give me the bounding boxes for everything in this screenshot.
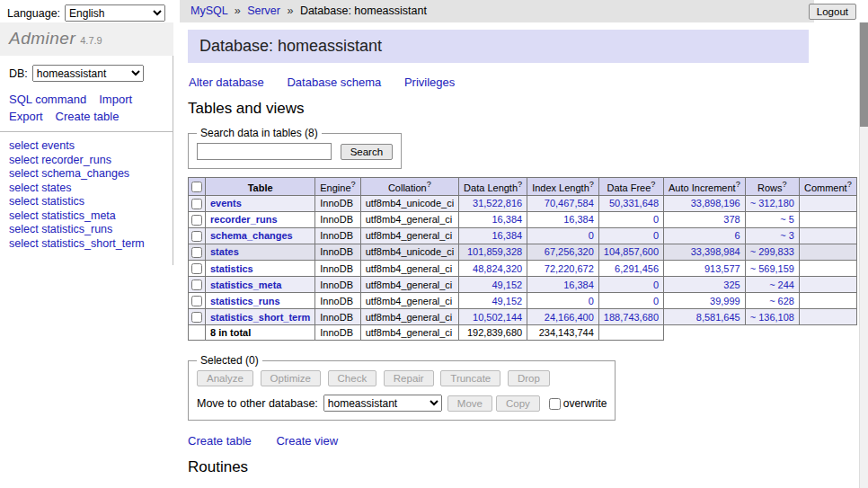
index-length-link[interactable]: 24,166,400 xyxy=(545,312,594,323)
rows-count-link[interactable]: ~ 5 xyxy=(780,214,794,225)
truncate-button[interactable]: Truncate xyxy=(440,370,500,386)
table-name-link[interactable]: events xyxy=(210,198,242,209)
rows-count-link[interactable]: ~ 244 xyxy=(769,279,794,290)
data-free-link[interactable]: 188,743,680 xyxy=(604,312,659,323)
sidebar-import-link[interactable]: Import xyxy=(99,93,132,106)
optimize-button[interactable]: Optimize xyxy=(261,370,321,386)
breadcrumb-mysql-link[interactable]: MySQL xyxy=(190,4,227,17)
data-free-link[interactable]: 0 xyxy=(653,214,659,225)
sidebar-select-link[interactable]: select statistics_meta xyxy=(9,209,164,224)
auto-increment-link[interactable]: 6 xyxy=(735,230,740,241)
repair-button[interactable]: Repair xyxy=(384,370,434,386)
help-link[interactable]: ? xyxy=(847,180,852,189)
sidebar-select-link[interactable]: select events xyxy=(9,139,164,154)
index-length-link[interactable]: 16,384 xyxy=(563,279,594,290)
auto-increment-link[interactable]: 33,398,984 xyxy=(691,246,740,257)
sidebar-select-link[interactable]: select statistics xyxy=(9,195,164,209)
row-checkbox[interactable] xyxy=(191,231,202,242)
table-name-link[interactable]: states xyxy=(210,246,239,257)
rows-count-link[interactable]: ~ 136,108 xyxy=(750,312,794,323)
copy-button[interactable]: Copy xyxy=(496,395,540,412)
data-length-link[interactable]: 101,859,328 xyxy=(467,246,522,257)
auto-increment-link[interactable]: 8,581,645 xyxy=(696,312,740,323)
data-free-link[interactable]: 104,857,600 xyxy=(604,246,659,257)
rows-count-link[interactable]: ~ 312,180 xyxy=(750,198,794,209)
privileges-link[interactable]: Privileges xyxy=(404,75,455,89)
help-link[interactable]: ? xyxy=(783,180,787,189)
search-button[interactable]: Search xyxy=(341,144,393,160)
overwrite-label[interactable]: overwrite xyxy=(563,397,607,410)
index-length-link[interactable]: 16,384 xyxy=(563,214,594,225)
check-button[interactable]: Check xyxy=(328,370,377,386)
table-name-link[interactable]: recorder_runs xyxy=(210,214,278,225)
row-checkbox[interactable] xyxy=(191,312,202,323)
data-length-link[interactable]: 49,152 xyxy=(492,296,522,306)
move-button[interactable]: Move xyxy=(447,395,492,412)
data-free-link[interactable]: 6,291,456 xyxy=(615,263,659,274)
index-length-link[interactable]: 72,220,672 xyxy=(545,263,594,274)
row-checkbox[interactable] xyxy=(191,296,202,306)
create-table-link[interactable]: Create table xyxy=(188,434,252,448)
help-link[interactable]: ? xyxy=(518,180,522,189)
row-checkbox[interactable] xyxy=(191,199,202,209)
rows-count-link[interactable]: ~ 628 xyxy=(769,296,794,306)
index-length-link[interactable]: 67,256,320 xyxy=(545,246,594,257)
sidebar-select-link[interactable]: select states xyxy=(9,182,164,196)
data-free-link[interactable]: 0 xyxy=(653,296,659,306)
table-name-link[interactable]: statistics_short_term xyxy=(210,312,310,323)
data-length-link[interactable]: 31,522,816 xyxy=(473,198,522,209)
data-free-link[interactable]: 0 xyxy=(653,230,659,241)
analyze-button[interactable]: Analyze xyxy=(197,370,253,386)
sidebar-sql-command-link[interactable]: SQL command xyxy=(9,93,86,106)
create-view-link[interactable]: Create view xyxy=(276,434,338,448)
help-link[interactable]: ? xyxy=(351,180,356,189)
help-link[interactable]: ? xyxy=(736,180,740,189)
sidebar-export-link[interactable]: Export xyxy=(9,110,43,123)
language-select[interactable]: English xyxy=(65,4,165,22)
help-link[interactable]: ? xyxy=(427,180,431,189)
data-free-link[interactable]: 0 xyxy=(653,279,659,290)
sidebar-select-link[interactable]: select statistics_runs xyxy=(9,223,164,237)
breadcrumb-server-link[interactable]: Server xyxy=(247,4,280,17)
table-name-link[interactable]: statistics_runs xyxy=(210,296,280,306)
index-length-link[interactable]: 0 xyxy=(589,296,594,306)
overwrite-checkbox[interactable] xyxy=(549,398,561,410)
alter-database-link[interactable]: Alter database xyxy=(189,75,264,89)
app-name[interactable]: Adminer xyxy=(9,29,75,48)
drop-button[interactable]: Drop xyxy=(508,370,550,386)
auto-increment-link[interactable]: 325 xyxy=(723,279,740,290)
data-length-link[interactable]: 16,384 xyxy=(492,214,522,225)
sidebar-select-link[interactable]: select schema_changes xyxy=(9,167,164,182)
db-select[interactable]: homeassistant xyxy=(32,65,144,82)
row-checkbox[interactable] xyxy=(191,247,202,258)
database-schema-link[interactable]: Database schema xyxy=(287,75,381,89)
data-length-link[interactable]: 49,152 xyxy=(492,279,522,290)
auto-increment-link[interactable]: 39,999 xyxy=(710,296,740,306)
data-length-link[interactable]: 48,824,320 xyxy=(473,263,522,274)
help-link[interactable]: ? xyxy=(651,180,655,189)
row-checkbox[interactable] xyxy=(191,279,202,290)
rows-count-link[interactable]: ~ 3 xyxy=(780,230,794,241)
rows-count-link[interactable]: ~ 569,159 xyxy=(750,263,794,274)
move-db-select[interactable]: homeassistant xyxy=(323,395,442,412)
row-checkbox[interactable] xyxy=(191,215,202,226)
row-checkbox[interactable] xyxy=(191,263,202,274)
data-length-link[interactable]: 10,502,144 xyxy=(473,312,522,323)
auto-increment-link[interactable]: 378 xyxy=(723,214,740,225)
logout-button[interactable]: Logout xyxy=(809,4,856,20)
sidebar-create-table-link[interactable]: Create table xyxy=(56,110,120,123)
search-input[interactable] xyxy=(197,143,332,160)
table-name-link[interactable]: statistics_meta xyxy=(210,279,282,290)
help-link[interactable]: ? xyxy=(589,180,594,189)
auto-increment-link[interactable]: 33,898,196 xyxy=(691,198,740,209)
table-name-link[interactable]: schema_changes xyxy=(210,230,293,241)
table-name-link[interactable]: statistics xyxy=(210,263,253,274)
scrollbar-thumb[interactable] xyxy=(860,22,868,127)
sidebar-select-link[interactable]: select recorder_runs xyxy=(9,154,164,168)
index-length-link[interactable]: 70,467,584 xyxy=(545,198,594,209)
data-free-link[interactable]: 50,331,648 xyxy=(609,198,659,209)
index-length-link[interactable]: 0 xyxy=(589,230,594,241)
select-all-checkbox[interactable] xyxy=(191,182,202,192)
scrollbar[interactable] xyxy=(859,22,868,488)
rows-count-link[interactable]: ~ 299,833 xyxy=(750,246,794,257)
